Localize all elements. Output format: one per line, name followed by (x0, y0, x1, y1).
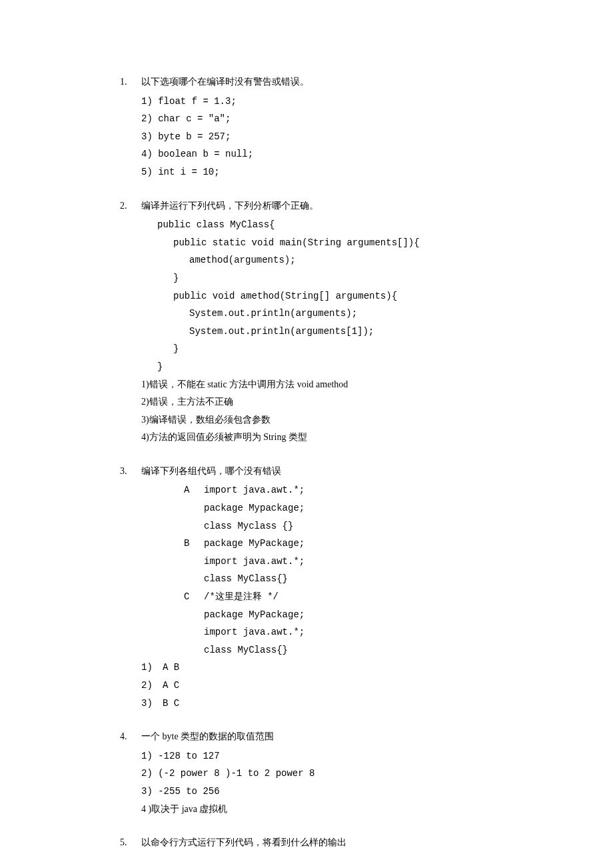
q3-opt-2: 2)A C (120, 677, 493, 695)
q3-a-code-2: class Myclass {} (120, 517, 493, 535)
question-5-text: 以命令行方式运行下列代码，将看到什么样的输出 (141, 834, 346, 852)
q3-c-code-2: import java.awt.*; (120, 623, 493, 641)
q3-c-code-0: /*这里是注释 */ (204, 588, 279, 606)
question-4-number: 4. (120, 728, 141, 746)
question-1-text: 以下选项哪个在编译时没有警告或错误。 (141, 73, 309, 91)
question-3-text: 编译下列各组代码，哪个没有错误 (141, 463, 281, 481)
q3-opt-2-val: A C (163, 677, 179, 695)
question-2-text: 编译并运行下列代码，下列分析哪个正确。 (141, 197, 318, 215)
question-4: 4. 一个 byte 类型的数据的取值范围 1) -128 to 127 2) … (120, 728, 493, 818)
q2-code-6: System.out.println(arguments[1]); (120, 323, 493, 341)
q3-letter-c: C (184, 588, 204, 606)
question-4-header: 4. 一个 byte 类型的数据的取值范围 (120, 728, 493, 746)
question-5: 5. 以命令行方式运行下列代码，将看到什么样的输出 (120, 834, 493, 852)
q3-opt-3-no: 3) (141, 695, 163, 713)
q3-group-b-line-0: Bpackage MyPackage; (120, 535, 493, 553)
question-5-number: 5. (120, 834, 141, 852)
q4-opt-3: 3) -255 to 256 (120, 783, 493, 801)
q4-opt-2: 2) (-2 power 8 )-1 to 2 power 8 (120, 765, 493, 783)
q3-a-code-0: import java.awt.*; (204, 481, 305, 499)
q3-opt-1: 1)A B (120, 659, 493, 677)
question-3: 3. 编译下列各组代码，哪个没有错误 Aimport java.awt.*; p… (120, 463, 493, 712)
q1-opt-4: 4) boolean b = null; (120, 145, 493, 163)
q3-group-c-line-0: C/*这里是注释 */ (120, 588, 493, 606)
q2-ans-2: 2)错误，主方法不正确 (120, 393, 493, 411)
q3-b-code-2: class MyClass{} (120, 570, 493, 588)
question-5-header: 5. 以命令行方式运行下列代码，将看到什么样的输出 (120, 834, 493, 852)
document-page: 1. 以下选项哪个在编译时没有警告或错误。 1) float f = 1.3; … (0, 0, 613, 868)
q3-opt-1-no: 1) (141, 659, 163, 677)
q2-code-3: } (120, 269, 493, 287)
q3-c-code-3: class MyClass{} (120, 641, 493, 659)
q1-opt-1: 1) float f = 1.3; (120, 93, 493, 111)
q1-opt-2: 2) char c = "a"; (120, 110, 493, 128)
q3-a-code-1: package Mypackage; (120, 499, 493, 517)
q2-code-0: public class MyClass{ (120, 216, 493, 234)
question-3-number: 3. (120, 463, 141, 481)
question-1-number: 1. (120, 73, 141, 91)
q2-code-5: System.out.println(arguments); (120, 305, 493, 323)
q3-b-code-0: package MyPackage; (204, 535, 305, 553)
q2-code-4: public void amethod(String[] arguments){ (120, 287, 493, 305)
q3-c-code-1: package MyPackage; (120, 606, 493, 624)
q3-letter-a: A (184, 481, 204, 499)
question-2: 2. 编译并运行下列代码，下列分析哪个正确。 public class MyCl… (120, 197, 493, 447)
q3-opt-3: 3)B C (120, 695, 493, 713)
q2-code-1: public static void main(String arguments… (120, 234, 493, 252)
q2-ans-1: 1)错误，不能在 static 方法中调用方法 void amethod (120, 376, 493, 394)
q4-opt-1: 1) -128 to 127 (120, 747, 493, 765)
question-4-text: 一个 byte 类型的数据的取值范围 (141, 728, 274, 746)
q2-code-7: } (120, 340, 493, 358)
q3-opt-3-val: B C (163, 695, 179, 713)
q3-group-a-line-0: Aimport java.awt.*; (120, 481, 493, 499)
question-1-header: 1. 以下选项哪个在编译时没有警告或错误。 (120, 73, 493, 91)
question-2-number: 2. (120, 197, 141, 215)
q2-code-2: amethod(arguments); (120, 251, 493, 269)
q1-opt-3: 3) byte b = 257; (120, 128, 493, 146)
q4-opt-4: 4 )取决于 java 虚拟机 (120, 801, 493, 819)
q3-opt-2-no: 2) (141, 677, 163, 695)
q1-opt-5: 5) int i = 10; (120, 163, 493, 181)
question-3-header: 3. 编译下列各组代码，哪个没有错误 (120, 463, 493, 481)
q3-letter-b: B (184, 535, 204, 553)
question-1: 1. 以下选项哪个在编译时没有警告或错误。 1) float f = 1.3; … (120, 73, 493, 181)
q3-opt-1-val: A B (163, 659, 179, 677)
question-2-header: 2. 编译并运行下列代码，下列分析哪个正确。 (120, 197, 493, 215)
q2-ans-3: 3)编译错误，数组必须包含参数 (120, 411, 493, 429)
q2-ans-4: 4)方法的返回值必须被声明为 String 类型 (120, 429, 493, 447)
q2-code-8: } (120, 358, 493, 376)
q3-b-code-1: import java.awt.*; (120, 553, 493, 571)
